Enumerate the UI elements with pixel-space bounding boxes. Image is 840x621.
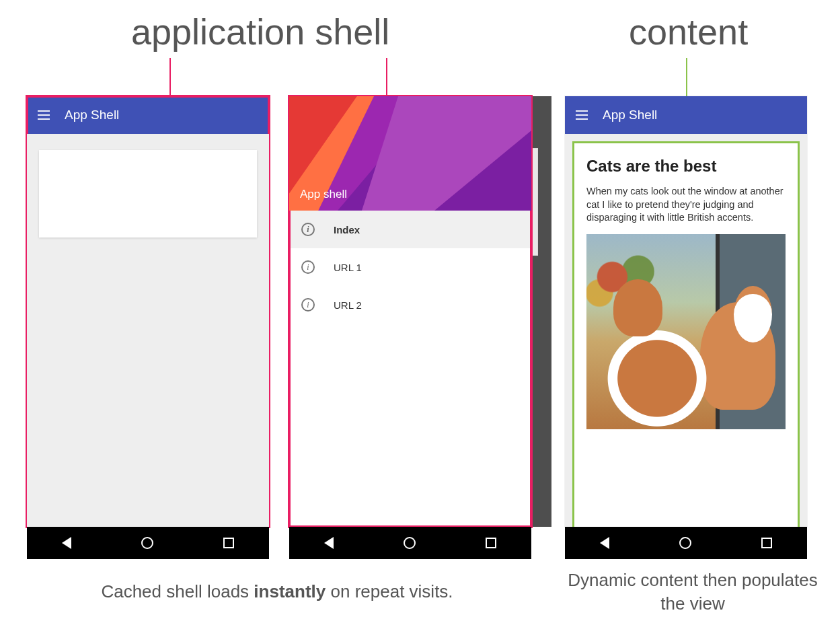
content-card: Cats are the best When my cats look out …	[574, 143, 798, 527]
heading-application-shell: application shell	[131, 11, 389, 52]
app-bar: App Shell	[27, 96, 269, 134]
back-icon[interactable]	[600, 537, 609, 549]
drawer-header-title: App shell	[300, 188, 347, 201]
connector-line	[386, 58, 387, 96]
overview-icon[interactable]	[486, 538, 496, 548]
drawer-item-url2[interactable]: i URL 2	[289, 286, 531, 324]
phone-frame-shell-drawer: App shell i Index i URL 1 i URL 2	[289, 96, 531, 527]
content-area-empty	[27, 134, 269, 527]
hamburger-menu-icon[interactable]	[38, 110, 50, 120]
home-icon[interactable]	[141, 537, 153, 549]
home-icon[interactable]	[404, 537, 416, 549]
drawer-list: i Index i URL 1 i URL 2	[289, 211, 531, 527]
app-bar-title: App Shell	[603, 108, 657, 122]
drawer-item-label: URL 2	[334, 299, 362, 311]
article-body: When my cats look out the window at anot…	[586, 185, 786, 225]
caption-content: Dynamic content then populates the view	[565, 569, 820, 616]
drawer-item-label: Index	[334, 224, 360, 235]
app-bar: App Shell	[565, 96, 807, 134]
app-bar-title: App Shell	[65, 108, 119, 122]
overview-icon[interactable]	[223, 538, 234, 548]
drawer-item-url1[interactable]: i URL 1	[289, 248, 531, 286]
back-icon[interactable]	[324, 537, 334, 549]
connector-line	[169, 58, 171, 96]
info-icon: i	[301, 223, 315, 236]
home-icon[interactable]	[679, 537, 691, 549]
heading-content: content	[629, 11, 748, 52]
phone-frame-content: App Shell Cats are the best When my cats…	[565, 96, 807, 527]
back-icon[interactable]	[62, 537, 71, 549]
hamburger-menu-icon[interactable]	[576, 110, 588, 120]
android-nav-bar	[27, 527, 269, 559]
info-icon: i	[301, 260, 315, 274]
phone-frame-shell-empty: App Shell	[27, 96, 269, 527]
info-icon: i	[301, 298, 315, 312]
article-title: Cats are the best	[586, 157, 786, 176]
android-nav-bar	[565, 527, 807, 559]
article-image-cats	[586, 234, 786, 429]
card-placeholder	[39, 150, 257, 238]
content-area-populated: Cats are the best When my cats look out …	[565, 134, 807, 527]
drawer-header: App shell	[289, 96, 531, 211]
overview-icon[interactable]	[761, 538, 772, 548]
android-nav-bar	[289, 527, 531, 559]
drawer-item-label: URL 1	[334, 262, 362, 273]
drawer-item-index[interactable]: i Index	[289, 211, 531, 248]
caption-shell: Cached shell loads instantly on repeat v…	[35, 580, 519, 604]
